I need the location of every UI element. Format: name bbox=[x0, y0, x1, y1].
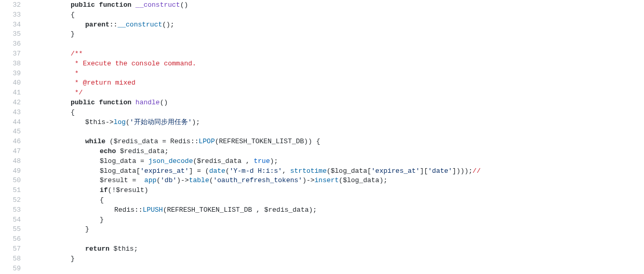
token-punc: ( bbox=[225, 167, 230, 175]
token-var: $result bbox=[100, 176, 132, 184]
code-line[interactable]: */ bbox=[27, 88, 644, 98]
line-number: 41 bbox=[0, 88, 21, 98]
token-punc: (); bbox=[162, 21, 174, 29]
token-str: 'Y-m-d H:i:s' bbox=[230, 167, 282, 175]
code-line[interactable]: * Execute the console command. bbox=[27, 59, 644, 69]
token-var: $this bbox=[85, 118, 105, 126]
code-line[interactable]: { bbox=[27, 108, 644, 118]
line-number: 45 bbox=[0, 127, 21, 137]
code-line[interactable]: public function handle() bbox=[27, 98, 644, 108]
line-number: 38 bbox=[0, 59, 21, 69]
token-kw: echo bbox=[100, 147, 120, 155]
token-comment: * Execute the console command. bbox=[71, 60, 196, 67]
token-punc: , bbox=[246, 157, 254, 165]
line-number: 35 bbox=[0, 30, 21, 39]
token-var: $log_data bbox=[343, 176, 379, 184]
token-str: '开始动同步用任务' bbox=[130, 118, 192, 126]
token-kw: parent bbox=[85, 21, 110, 29]
token-punc: ( bbox=[126, 118, 130, 126]
line-number: 50 bbox=[0, 176, 21, 186]
code-line[interactable]: $result = app('db')->table('oauth_refres… bbox=[27, 176, 644, 186]
token-punc: ( bbox=[327, 167, 331, 175]
line-number: 55 bbox=[0, 225, 21, 235]
token-punc: ( bbox=[339, 176, 343, 184]
token-punc: () bbox=[160, 99, 168, 106]
token-fn-call: log bbox=[114, 118, 126, 126]
code-line[interactable]: /** bbox=[27, 49, 644, 59]
code-line[interactable]: echo $redis_data; bbox=[27, 147, 644, 157]
line-number: 39 bbox=[0, 69, 21, 79]
token-var: $log_data bbox=[100, 157, 140, 165]
token-str: 'expires_at' bbox=[140, 167, 189, 175]
token-punc: ); bbox=[192, 118, 200, 126]
code-line[interactable]: } bbox=[27, 254, 644, 264]
token-punc: , bbox=[256, 206, 264, 214]
token-punc: { bbox=[100, 196, 104, 204]
token-punc: :: bbox=[110, 21, 118, 29]
token-const: REFRESH_TOKEN_LIST_DB bbox=[219, 138, 304, 145]
token-punc: [ bbox=[136, 167, 140, 175]
code-line[interactable]: if(!$result) bbox=[27, 186, 644, 196]
token-punc: { bbox=[71, 108, 75, 116]
token-punc: ); bbox=[309, 206, 317, 214]
token-punc: = bbox=[162, 138, 170, 145]
code-line[interactable]: * bbox=[27, 69, 644, 79]
line-number: 46 bbox=[0, 137, 21, 147]
code-line[interactable] bbox=[27, 264, 644, 274]
token-var: $this bbox=[114, 245, 134, 253]
token-fn-call: strtotime bbox=[290, 167, 327, 175]
token-punc: () bbox=[180, 1, 189, 9]
code-line[interactable]: public function __construct() bbox=[27, 1, 644, 10]
token-comment: */ bbox=[71, 89, 83, 97]
token-punc: )) { bbox=[304, 138, 320, 145]
token-punc: -> bbox=[105, 118, 114, 126]
token-fn-call: LPUSH bbox=[143, 206, 163, 214]
code-line[interactable]: return $this; bbox=[27, 244, 644, 254]
token-fn-call: app bbox=[144, 176, 156, 184]
line-number: 32 bbox=[0, 1, 21, 10]
token-fn-call: insert bbox=[315, 176, 339, 184]
code-line[interactable]: } bbox=[27, 215, 644, 225]
token-punc: )-> bbox=[302, 176, 314, 184]
token-var: $log_data bbox=[331, 167, 367, 175]
token-punc: ( bbox=[156, 176, 160, 184]
code-line[interactable]: * @return mixed bbox=[27, 78, 644, 88]
code-line[interactable]: $log_data = json_decode($redis_data , tr… bbox=[27, 157, 644, 167]
line-number: 36 bbox=[0, 39, 21, 49]
token-punc: (! bbox=[108, 186, 116, 194]
token-fn-call: __construct bbox=[117, 21, 162, 29]
code-line[interactable]: Redis::LPUSH(REFRESH_TOKEN_LIST_DB , $re… bbox=[27, 206, 644, 215]
token-punc: ) bbox=[144, 186, 149, 194]
token-kw: return bbox=[85, 245, 114, 253]
line-number: 37 bbox=[0, 49, 21, 59]
token-str: 'oauth_refresh_tokens' bbox=[213, 176, 303, 184]
code-line[interactable]: { bbox=[27, 10, 644, 20]
line-number: 56 bbox=[0, 235, 21, 244]
code-line[interactable]: parent::__construct(); bbox=[27, 20, 644, 30]
token-const: Redis bbox=[170, 138, 191, 145]
token-punc: ); bbox=[379, 176, 387, 184]
token-bool: true bbox=[254, 157, 270, 165]
token-kw: if bbox=[100, 186, 108, 194]
code-line[interactable]: $this->log('开始动同步用任务'); bbox=[27, 118, 644, 128]
token-punc: } bbox=[71, 255, 75, 263]
code-line[interactable]: } bbox=[27, 30, 644, 39]
code-line[interactable] bbox=[27, 235, 644, 244]
code-line[interactable] bbox=[27, 127, 644, 137]
line-number: 54 bbox=[0, 215, 21, 225]
code-line[interactable]: while ($redis_data = Redis::LPOP(REFRESH… bbox=[27, 137, 644, 147]
code-line[interactable]: } bbox=[27, 225, 644, 235]
token-punc: ( bbox=[215, 138, 219, 145]
code-area[interactable]: public function __construct(){parent::__… bbox=[27, 0, 644, 273]
line-number: 48 bbox=[0, 157, 21, 167]
code-line[interactable] bbox=[27, 39, 644, 49]
token-punc: ( bbox=[110, 138, 114, 145]
token-fn-call: LPOP bbox=[198, 138, 214, 145]
token-var: $redis_data bbox=[114, 138, 163, 145]
token-var: $redis_data bbox=[120, 147, 165, 155]
token-var: $log_data bbox=[100, 167, 136, 175]
code-line[interactable]: $log_data['expires_at'] = (date('Y-m-d H… bbox=[27, 167, 644, 176]
token-str: 'date' bbox=[428, 167, 452, 175]
token-comment: /** bbox=[71, 50, 83, 58]
code-line[interactable]: { bbox=[27, 196, 644, 206]
